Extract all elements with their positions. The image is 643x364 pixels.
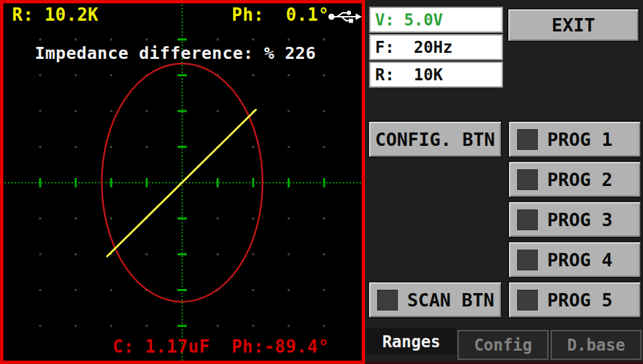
prog-1-led-indicator	[517, 129, 538, 150]
tab-dbase[interactable]: D.base	[551, 330, 642, 360]
prog-5-button[interactable]: PROG 5	[508, 281, 642, 318]
config-button[interactable]: CONFIG. BTN	[368, 120, 502, 158]
control-panel: V: 5.0V F: 20Hz R: 10K EXIT CONFIG. BTN …	[365, 0, 643, 364]
frequency-field[interactable]: F: 20Hz	[369, 34, 503, 60]
prog-5-label: PROG 5	[547, 290, 613, 310]
prog-1-button[interactable]: PROG 1	[508, 120, 642, 158]
voltage-field[interactable]: V: 5.0V	[369, 7, 503, 33]
prog-2-button[interactable]: PROG 2	[508, 161, 642, 198]
scope-display: R: 10.2K Ph: 0.1° Impedance difference: …	[0, 0, 365, 364]
resistance-reading: R: 10.2K	[12, 6, 98, 23]
prog-4-led-indicator	[517, 250, 538, 270]
prog-3-button[interactable]: PROG 3	[508, 201, 642, 238]
exit-button[interactable]: EXIT	[507, 8, 640, 42]
prog-4-label: PROG 4	[547, 250, 613, 270]
prog-3-led-indicator	[517, 209, 538, 230]
scan-label: SCAN BTN	[407, 290, 494, 310]
tab-config[interactable]: Config	[457, 330, 549, 360]
impedance-message: Impedance difference: % 226	[35, 45, 316, 62]
capacitance-reading: C: 1.17uF Ph:-89.4°	[113, 338, 329, 355]
tab-ranges[interactable]: Ranges	[366, 328, 456, 355]
prog-3-label: PROG 3	[547, 209, 613, 230]
scan-button[interactable]: SCAN BTN	[368, 281, 502, 318]
prog-1-label: PROG 1	[547, 129, 613, 150]
usb-icon	[328, 7, 362, 26]
scan-led-indicator	[377, 290, 398, 310]
range-field[interactable]: R: 10K	[369, 62, 503, 88]
phase-reading: Ph: 0.1°	[232, 6, 329, 23]
prog-4-button[interactable]: PROG 4	[508, 241, 642, 278]
prog-2-label: PROG 2	[547, 169, 613, 190]
prog-5-led-indicator	[517, 290, 538, 310]
device-screen: R: 10.2K Ph: 0.1° Impedance difference: …	[0, 0, 643, 364]
prog-2-led-indicator	[517, 169, 538, 190]
